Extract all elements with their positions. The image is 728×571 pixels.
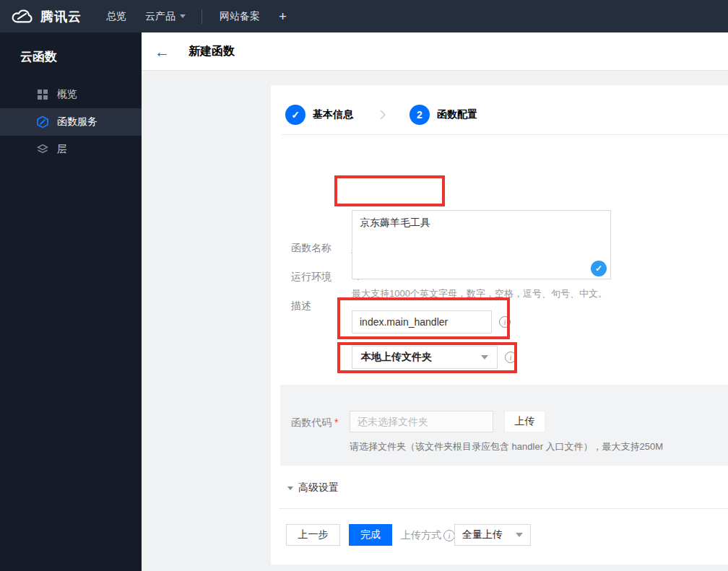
valid-check-icon: ✓ [591,261,607,276]
function-code-hint: 请选择文件夹（该文件夹根目录应包含 handler 入口文件），最大支持250M [350,440,663,453]
steps-divider [282,134,728,135]
advanced-settings-toggle[interactable]: 高级设置 [287,481,339,494]
chevron-down-icon [481,355,488,359]
nav-divider [202,9,202,24]
nav-overview[interactable]: 总览 [106,10,126,23]
nav-beian[interactable]: 网站备案 [220,10,260,23]
sidebar-item-overview[interactable]: 概览 [0,81,142,108]
create-function-card: ✓ 基本信息 2 函数配置 函数名称 jd 运行环境 js Nodejs12.1… [271,85,728,565]
sidebar: 云函数 概览 函数服务 [0,32,142,571]
function-name-label: 函数名称 [291,242,349,255]
step-indicator: ✓ 基本信息 2 函数配置 [285,105,477,125]
upload-mode-value: 全量上传 [462,528,503,541]
page-title: 新建函数 [188,44,235,59]
nav-products[interactable]: 云产品 [145,10,186,23]
cloud-logo-icon [10,8,35,25]
description-hint: 最大支持1000个英文字母，数字，空格，逗号、句号、中文。 [352,287,607,300]
info-icon[interactable]: i [443,530,455,541]
sidebar-menu: 概览 函数服务 层 [0,81,142,163]
runtime-label: 运行环境 [291,271,349,284]
grid-icon [36,88,49,101]
upload-mode-label-group: 上传方式 i [401,529,455,542]
back-arrow-icon[interactable]: ← [155,44,170,59]
upload-mode-select[interactable]: 全量上传 [454,524,531,546]
function-code-label-text: 函数代码 [291,417,332,428]
step1-check-icon: ✓ [285,105,306,125]
function-code-label: 函数代码 * [291,417,338,430]
submit-method-select[interactable]: 本地上传文件夹 [352,346,498,369]
tencent-cloud-logo[interactable]: 腾讯云 [10,8,82,25]
info-icon[interactable]: i [499,316,511,328]
brand-name: 腾讯云 [40,8,82,25]
sidebar-item-label: 概览 [57,88,77,101]
nav-products-label: 云产品 [145,10,176,23]
submit-method-value: 本地上传文件夹 [361,351,432,364]
chevron-down-icon [516,533,523,537]
triangle-down-icon [287,487,293,490]
chevron-right-icon [379,109,386,121]
function-hexagon-icon [36,115,49,128]
folder-path-input [350,411,493,432]
upload-mode-label: 上传方式 [401,529,441,542]
description-label: 描述 [291,300,349,313]
sidebar-item-function-service[interactable]: 函数服务 [0,108,142,136]
chevron-down-icon [180,14,186,18]
handler-input[interactable] [352,310,492,334]
sidebar-item-layers[interactable]: 层 [0,136,142,163]
top-navbar: 腾讯云 总览 云产品 网站备案 + [0,0,728,32]
step2-number-badge: 2 [410,105,430,125]
add-tab-icon[interactable]: + [279,9,287,25]
sidebar-item-label: 层 [57,143,67,156]
page-header: ← 新建函数 [142,32,728,71]
step1-label: 基本信息 [313,108,353,121]
footer-divider [279,508,728,509]
function-code-panel: 函数代码 * 上传 请选择文件夹（该文件夹根目录应包含 handler 入口文件… [280,385,728,466]
info-icon[interactable]: i [505,352,516,363]
description-textarea[interactable]: 京东薅羊毛工具 [352,210,611,279]
finish-button[interactable]: 完成 [349,524,392,546]
required-asterisk: * [334,417,338,428]
sidebar-title: 云函数 [0,32,142,65]
step2-label: 函数配置 [437,108,477,121]
sidebar-item-label: 函数服务 [57,115,98,128]
content-area: ✓ 基本信息 2 函数配置 函数名称 jd 运行环境 js Nodejs12.1… [142,71,728,571]
annotation-box-runtime [334,175,445,206]
previous-step-button[interactable]: 上一步 [286,524,340,546]
advanced-settings-label: 高级设置 [298,481,339,494]
upload-button[interactable]: 上传 [504,411,545,432]
layers-icon [36,143,49,156]
